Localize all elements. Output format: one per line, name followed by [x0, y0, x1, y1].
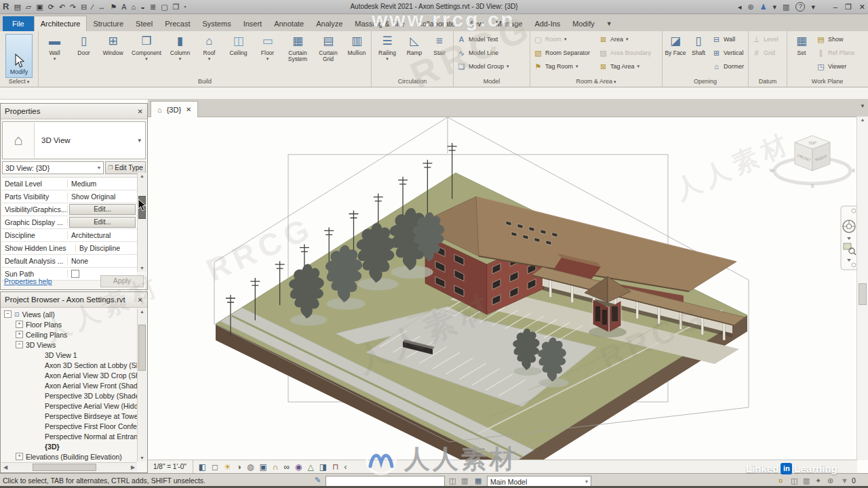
properties-scrollbar[interactable]: ▲ ▼	[137, 173, 146, 272]
help-icon[interactable]: ?	[795, 2, 805, 12]
signin-user-icon[interactable]: ♟	[760, 3, 767, 12]
customize-qat-icon[interactable]: ▾	[184, 0, 186, 14]
browser-view-item-active[interactable]: {3D}	[1, 441, 137, 451]
temporary-hide-isolate-icon[interactable]: ∞	[284, 461, 290, 473]
view-tab-close-icon[interactable]: ✕	[186, 106, 191, 113]
search-icon[interactable]: ⊚	[747, 3, 753, 12]
tab-massing-site[interactable]: Massing & Site	[349, 16, 410, 31]
grid-button[interactable]: #Grid	[750, 46, 781, 60]
modify-button[interactable]: Modify	[5, 34, 33, 78]
tab-add-ins[interactable]: Add-Ins	[528, 16, 566, 31]
browser-view-item[interactable]: Perspective Aerial View (Hidden	[1, 401, 137, 411]
tab-structure[interactable]: Structure	[87, 16, 130, 31]
view-scale-button[interactable]: 1/8" = 1'-0"	[153, 460, 193, 473]
property-row[interactable]: Graphic Display ...Edit...	[2, 216, 137, 229]
type-selector[interactable]: ⌂ 3D View ▾	[2, 121, 146, 159]
component-button[interactable]: ❒Component	[127, 33, 165, 61]
selection-filter-icon[interactable]: ▼	[841, 476, 848, 485]
redo-icon[interactable]: ↷	[70, 0, 76, 14]
canvas-scrollbar-thumb[interactable]	[859, 283, 867, 305]
collapse-search-icon[interactable]: ◂	[738, 3, 742, 12]
browser-view-item[interactable]: Axon Aerial View 3D Crop (Sha	[1, 370, 137, 380]
browser-item-views[interactable]: −⊡Views (all)	[1, 309, 137, 319]
area-button[interactable]: ⊠Area	[597, 33, 659, 46]
opening-vertical-button[interactable]: ⊞Vertical	[710, 46, 747, 60]
ramp-button[interactable]: ◺Ramp	[401, 33, 427, 56]
tab-modify[interactable]: Modify	[566, 16, 600, 31]
opening-by-face-button[interactable]: ◪By Face	[664, 33, 687, 56]
text-icon[interactable]: A	[121, 0, 126, 14]
model-text-button[interactable]: AModel Text	[455, 33, 511, 46]
browser-scrollbar-thumb[interactable]	[138, 325, 146, 371]
crop-view-icon[interactable]: ▣	[260, 461, 267, 473]
compass-south[interactable]: S	[811, 184, 814, 188]
shaft-button[interactable]: ▯Shaft	[687, 33, 710, 56]
switch-windows-icon[interactable]: ❐	[173, 0, 180, 14]
stair-button[interactable]: ≡Stair	[427, 33, 452, 56]
viewbar-collapse-icon[interactable]: ‹	[344, 461, 347, 473]
sync-icon[interactable]: ⟳	[48, 0, 54, 14]
active-workset-field[interactable]	[326, 476, 445, 487]
drag-on-selection-toggle-icon[interactable]: ⊛	[827, 476, 833, 485]
undo-icon[interactable]: ↶	[59, 0, 65, 14]
type-selector-chevron-icon[interactable]: ▾	[138, 137, 145, 144]
column-button[interactable]: ▮Column	[165, 33, 195, 61]
curtain-system-button[interactable]: ▦Curtain System	[282, 33, 313, 62]
property-row[interactable]: Parts VisibilityShow Original	[2, 190, 137, 203]
browser-view-item[interactable]: Perspective Normal at Entrance	[1, 431, 137, 441]
scroll-down-icon[interactable]: ▼	[138, 265, 146, 272]
compass-west[interactable]: W	[770, 168, 774, 173]
select-underlay-toggle-icon[interactable]: ▥	[803, 476, 810, 485]
visual-style-icon[interactable]: ◧	[199, 461, 206, 473]
properties-help-link[interactable]: Properties help	[4, 277, 52, 285]
browser-hscrollbar[interactable]: ◀ ▶	[1, 462, 137, 472]
instance-selector[interactable]: 3D View: {3D} ▾	[2, 161, 104, 174]
app-store-cart-icon[interactable]: ▥	[783, 3, 789, 12]
shadows-icon[interactable]: ◑	[237, 461, 241, 473]
floor-button[interactable]: ▭Floor	[253, 33, 282, 61]
room-button[interactable]: ▢Room	[532, 33, 597, 46]
viewer-button[interactable]: ◳Viewer	[814, 60, 859, 73]
aligned-dimension-icon[interactable]: ↔	[98, 0, 105, 14]
graphic-display-edit-button[interactable]: Edit...	[69, 217, 136, 228]
door-button[interactable]: ▯Door	[69, 33, 98, 56]
worksharing-display-icon[interactable]: △	[308, 461, 314, 473]
scroll-left-icon[interactable]: ◀	[1, 464, 9, 470]
area-boundary-button[interactable]: ▨Area Boundary	[597, 46, 659, 60]
tab-annotate[interactable]: Annotate	[268, 16, 310, 31]
project-browser-close-icon[interactable]: ✕	[138, 296, 143, 304]
browser-item-ceiling-plans[interactable]: +Ceiling Plans	[1, 329, 137, 340]
browser-view-item[interactable]: Axon Aerial View Front (Shaded	[1, 380, 137, 390]
ribbon-display-toggle-icon[interactable]: ▼	[601, 16, 618, 31]
ref-plane-button[interactable]: ∥Ref Plane	[814, 46, 859, 60]
curtain-grid-button[interactable]: ▤Curtain Grid	[313, 33, 343, 62]
browser-view-item[interactable]: Axon 3D Section at Lobby (Sha	[1, 360, 137, 370]
3d-model-scene[interactable]: TOP FRONT RIGHT W S E	[148, 99, 868, 473]
minimize-button[interactable]: –	[833, 3, 837, 11]
property-row[interactable]: Detail LevelMedium	[2, 178, 137, 190]
worksets-icon[interactable]: ✎	[315, 476, 321, 485]
help-dropdown-icon[interactable]: ▾	[811, 3, 815, 12]
property-row[interactable]: Show Hidden LinesBy Discipline	[2, 242, 137, 255]
compass-east[interactable]: E	[852, 168, 856, 173]
tab-file[interactable]: File	[3, 16, 34, 31]
print-icon[interactable]: ⊟	[81, 0, 87, 14]
scroll-up-icon[interactable]: ▲	[138, 173, 146, 180]
view-tab-overflow-icon[interactable]: ▼	[860, 103, 865, 109]
ceiling-button[interactable]: ◫Ceiling	[224, 33, 253, 56]
wall-button[interactable]: ▬Wall	[40, 33, 69, 61]
tab-analyze[interactable]: Analyze	[310, 16, 349, 31]
canvas-vertical-scrollbar[interactable]: ▲	[856, 117, 868, 460]
mullion-button[interactable]: ▥Mullion	[343, 33, 370, 56]
exclude-options-toggle-icon[interactable]: ¤	[778, 476, 783, 485]
measure-icon[interactable]: ∕	[92, 0, 94, 14]
railing-button[interactable]: ☰Railing	[373, 33, 401, 61]
select-pinned-toggle-icon[interactable]: ✦	[815, 476, 821, 485]
tab-precast[interactable]: Precast	[159, 16, 196, 31]
model-group-button[interactable]: ❏Model Group	[455, 60, 511, 73]
close-button[interactable]: ✕	[859, 3, 865, 12]
tag-room-button[interactable]: ⚑Tag Room	[532, 60, 597, 73]
rendering-dialog-icon[interactable]: ◍	[247, 461, 254, 473]
property-row[interactable]: Visibility/Graphics...Edit...	[2, 203, 137, 216]
detail-level-icon[interactable]: ◻	[212, 461, 218, 473]
